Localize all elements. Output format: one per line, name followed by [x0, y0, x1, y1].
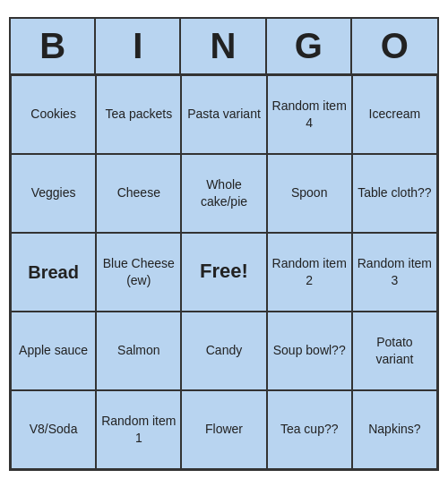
- cell-r5c3[interactable]: Flower: [181, 390, 266, 469]
- cell-r3c2[interactable]: Blue Cheese (ew): [96, 233, 181, 312]
- cell-r3c5[interactable]: Random item 3: [352, 233, 437, 312]
- cell-r3c4[interactable]: Random item 2: [267, 233, 352, 312]
- cell-r5c5[interactable]: Napkins?: [352, 390, 437, 469]
- header-o: O: [352, 19, 437, 73]
- cell-r1c5[interactable]: Icecream: [352, 75, 437, 154]
- cell-r2c3[interactable]: Whole cake/pie: [181, 154, 266, 233]
- cell-r5c4[interactable]: Tea cup??: [267, 390, 352, 469]
- header-i: I: [96, 19, 181, 73]
- cell-r3c3[interactable]: Free!: [181, 233, 266, 312]
- cell-r2c2[interactable]: Cheese: [96, 154, 181, 233]
- bingo-grid: Cookies Tea packets Pasta variant Random…: [11, 73, 437, 469]
- header-g: G: [267, 19, 352, 73]
- cell-r2c4[interactable]: Spoon: [267, 154, 352, 233]
- cell-r3c1[interactable]: Bread: [11, 233, 96, 312]
- cell-r1c4[interactable]: Random item 4: [267, 75, 352, 154]
- bingo-card: B I N G O Cookies Tea packets Pasta vari…: [9, 17, 439, 471]
- cell-r4c2[interactable]: Salmon: [96, 312, 181, 390]
- cell-r1c1[interactable]: Cookies: [11, 75, 96, 154]
- cell-r1c3[interactable]: Pasta variant: [181, 75, 266, 154]
- header-n: N: [181, 19, 266, 73]
- cell-r5c1[interactable]: V8/Soda: [11, 390, 96, 469]
- cell-r4c5[interactable]: Potato variant: [352, 312, 437, 390]
- header-b: B: [11, 19, 96, 73]
- cell-r4c1[interactable]: Apple sauce: [11, 312, 96, 390]
- cell-r2c5[interactable]: Table cloth??: [352, 154, 437, 233]
- cell-r2c1[interactable]: Veggies: [11, 154, 96, 233]
- cell-r4c4[interactable]: Soup bowl??: [267, 312, 352, 390]
- bingo-header: B I N G O: [11, 19, 437, 73]
- cell-r5c2[interactable]: Random item 1: [96, 390, 181, 469]
- cell-r1c2[interactable]: Tea packets: [96, 75, 181, 154]
- cell-r4c3[interactable]: Candy: [181, 312, 266, 390]
